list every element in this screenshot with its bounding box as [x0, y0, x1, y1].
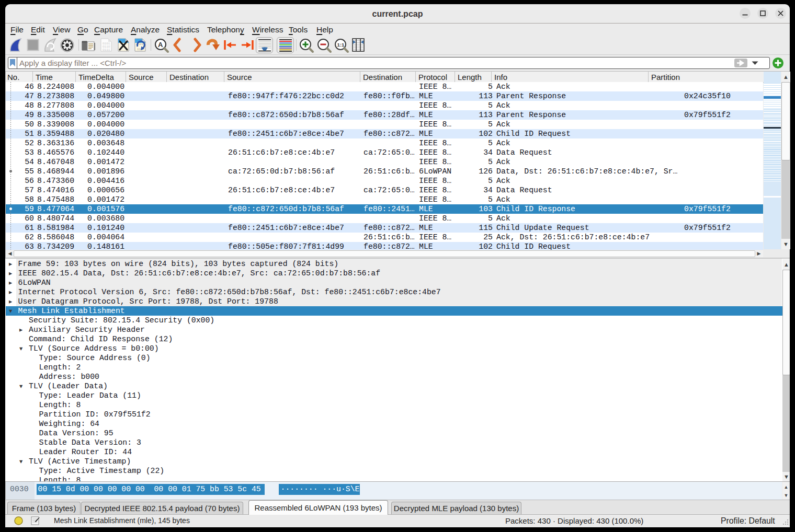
svg-text:A: A — [158, 41, 163, 49]
svg-text:0111: 0111 — [103, 48, 110, 52]
svg-text:1:1: 1:1 — [337, 42, 345, 48]
